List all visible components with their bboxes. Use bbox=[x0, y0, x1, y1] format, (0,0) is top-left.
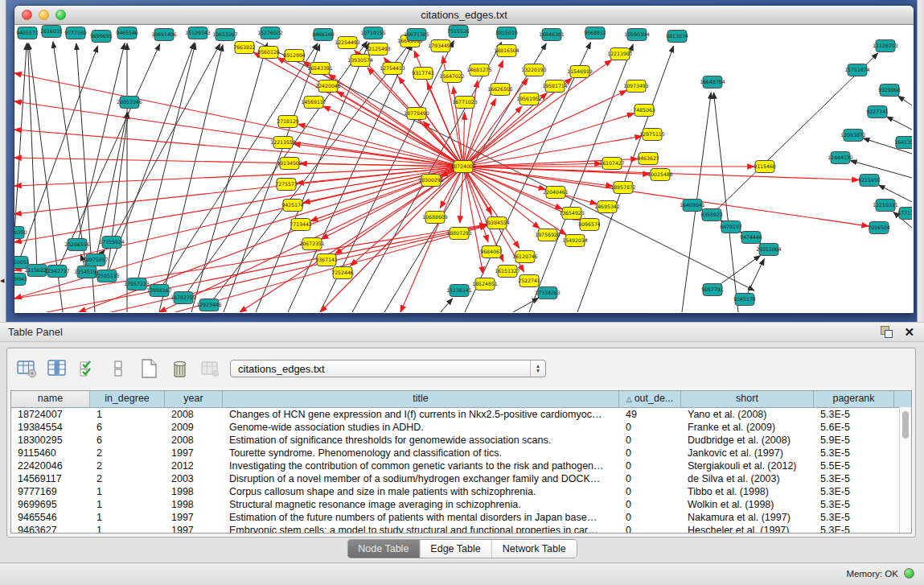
graph-node[interactable]: 12210331 bbox=[873, 200, 898, 212]
graph-edge[interactable] bbox=[53, 42, 87, 272]
graph-node[interactable]: 9425174 bbox=[281, 200, 304, 212]
tab-edge-table[interactable]: Edge Table bbox=[420, 540, 491, 558]
table-cell[interactable]: Wolkin et al. (1998) bbox=[681, 498, 814, 511]
graph-node[interactable]: 8358923 bbox=[700, 209, 723, 221]
graph-node[interactable]: 16626505 bbox=[487, 84, 513, 96]
graph-edge[interactable] bbox=[898, 96, 912, 105]
table-cell[interactable]: 0 bbox=[619, 459, 681, 472]
column-header-pagerank[interactable]: pagerank bbox=[814, 391, 894, 407]
table-mode-icon[interactable] bbox=[16, 358, 38, 379]
table-cell[interactable]: Corpus callosum shape and size in male p… bbox=[223, 485, 619, 498]
tab-node-table[interactable]: Node Table bbox=[347, 540, 420, 558]
table-cell[interactable]: 0 bbox=[619, 472, 681, 485]
graph-edge[interactable] bbox=[14, 43, 27, 233]
minimize-window-icon[interactable] bbox=[39, 10, 49, 20]
graph-node[interactable]: 7515526 bbox=[447, 26, 470, 38]
graph-node[interactable]: 7713442 bbox=[290, 219, 312, 231]
graph-node[interactable]: 11128703 bbox=[873, 40, 898, 52]
graph-node[interactable]: 2718129 bbox=[277, 116, 299, 128]
graph-node[interactable]: 13654923 bbox=[559, 208, 585, 220]
table-cell[interactable]: 0 bbox=[619, 421, 681, 434]
graph-node[interactable]: 12975115 bbox=[639, 129, 665, 141]
graph-node[interactable]: 16409541 bbox=[680, 200, 705, 212]
graph-node[interactable]: 16648784 bbox=[700, 76, 725, 89]
table-cell[interactable]: 2009 bbox=[165, 421, 223, 434]
graph-node[interactable]: 6771323 bbox=[897, 208, 912, 220]
graph-node[interactable]: 12125493 bbox=[365, 43, 391, 56]
graph-node[interactable]: 15751874 bbox=[844, 64, 870, 76]
graph-node[interactable]: 18778490 bbox=[404, 108, 429, 120]
table-cell[interactable]: 0 bbox=[619, 434, 681, 447]
graph-node[interactable]: 16151327 bbox=[495, 266, 520, 278]
table-cell[interactable]: 0 bbox=[619, 498, 681, 511]
graph-node[interactable]: 15276022 bbox=[257, 27, 283, 39]
graph-node[interactable]: 8560128 bbox=[257, 47, 280, 59]
graph-node[interactable]: 25160350 bbox=[14, 227, 27, 239]
graph-node[interactable]: 7663822 bbox=[233, 42, 256, 54]
graph-node[interactable]: 8912994 bbox=[283, 50, 306, 62]
close-window-icon[interactable] bbox=[22, 10, 32, 20]
graph-node[interactable]: 9777169 bbox=[64, 27, 87, 39]
table-cell[interactable]: 9777169 bbox=[11, 485, 90, 498]
table-cell[interactable]: Tourette syndrome. Phenomenology and cla… bbox=[223, 447, 619, 459]
table-cell[interactable]: 49 bbox=[619, 408, 681, 421]
graph-node[interactable]: 19581714 bbox=[542, 80, 568, 93]
graph-node[interactable]: 9699695 bbox=[90, 31, 113, 43]
graph-edge[interactable] bbox=[14, 167, 463, 270]
network-canvas[interactable]: 1872400718300295766382285601288912994165… bbox=[14, 25, 912, 312]
graph-node[interactable]: 18957872 bbox=[610, 182, 636, 194]
graph-node[interactable]: 11546919 bbox=[567, 66, 593, 78]
table-cell[interactable]: 2008 bbox=[165, 408, 223, 421]
table-cell[interactable]: 9699695 bbox=[11, 498, 90, 511]
table-cell[interactable]: 0 bbox=[619, 511, 681, 524]
graph-node[interactable]: 10025488 bbox=[647, 169, 673, 181]
graph-node[interactable]: 1641393 bbox=[894, 137, 912, 149]
graph-node[interactable]: 7252446 bbox=[331, 267, 354, 279]
table-row[interactable]: 946554611997Estimation of the future num… bbox=[11, 511, 911, 524]
table-cell[interactable]: 9465546 bbox=[11, 511, 90, 524]
graph-node[interactable]: 19134502 bbox=[277, 158, 302, 170]
graph-node[interactable]: 16107427 bbox=[599, 158, 625, 170]
column-header-year[interactable]: year bbox=[165, 391, 223, 407]
table-cell[interactable]: 1 bbox=[90, 408, 165, 421]
table-cell[interactable]: 5.3E-5 bbox=[814, 472, 894, 485]
table-row[interactable]: 1872400712008Changes of HCN gene express… bbox=[11, 408, 911, 421]
graph-node[interactable]: 20206556 bbox=[64, 239, 90, 251]
table-cell[interactable]: Stergiakouli et al. (2012) bbox=[681, 459, 814, 472]
graph-node[interactable]: 17934493 bbox=[428, 40, 454, 52]
table-cell[interactable]: 2003 bbox=[165, 472, 223, 485]
table-cell[interactable]: Genome-wide association studies in ADHD. bbox=[223, 421, 619, 434]
table-cell[interactable]: 0 bbox=[619, 485, 681, 498]
table-cell[interactable]: 5.9E-5 bbox=[814, 434, 894, 447]
graph-node[interactable]: 18524851 bbox=[472, 278, 498, 290]
float-panel-icon[interactable] bbox=[881, 326, 893, 338]
table-cell[interactable]: Investigating the contribution of common… bbox=[223, 459, 619, 472]
graph-edge[interactable] bbox=[441, 299, 453, 312]
table-cell[interactable]: 6 bbox=[90, 421, 165, 434]
graph-node[interactable]: 12942737 bbox=[44, 266, 70, 278]
graph-edge[interactable] bbox=[111, 225, 487, 312]
graph-node[interactable]: 7485063 bbox=[633, 105, 655, 117]
graph-node[interactable]: 9215955 bbox=[858, 175, 881, 187]
table-cell[interactable]: Franke et al. (2009) bbox=[681, 421, 814, 434]
column-header-short[interactable]: short bbox=[681, 391, 814, 407]
table-cell[interactable]: Changes of HCN gene expression and I(f) … bbox=[223, 408, 619, 421]
column-header-name[interactable]: name bbox=[11, 391, 90, 407]
graph-node[interactable]: 19561952 bbox=[516, 93, 542, 105]
graph-node[interactable]: 12213553 bbox=[270, 137, 296, 149]
graph-node[interactable]: 16771023 bbox=[452, 97, 478, 109]
graph-node[interactable]: 9465546 bbox=[116, 27, 138, 39]
table-row[interactable]: 1830029562008Estimation of significance … bbox=[11, 434, 911, 447]
graph-node[interactable]: 9227341 bbox=[866, 106, 889, 118]
table-cell[interactable]: Disruption of a novel member of a sodium… bbox=[223, 472, 619, 485]
graph-node[interactable]: 15129343 bbox=[185, 27, 211, 39]
graph-node[interactable]: 12213987 bbox=[607, 48, 633, 60]
graph-node[interactable]: 8815019 bbox=[495, 27, 518, 39]
table-cell[interactable]: 5.3E-5 bbox=[814, 485, 894, 498]
graph-node[interactable]: 16543391 bbox=[307, 63, 333, 75]
column-header-title[interactable]: title bbox=[223, 391, 619, 407]
graph-node[interactable]: 9474444 bbox=[740, 232, 762, 244]
graph-edge[interactable] bbox=[14, 130, 463, 167]
graph-node[interactable]: 16846301 bbox=[539, 29, 565, 41]
graph-node[interactable]: 22420046 bbox=[315, 80, 341, 93]
